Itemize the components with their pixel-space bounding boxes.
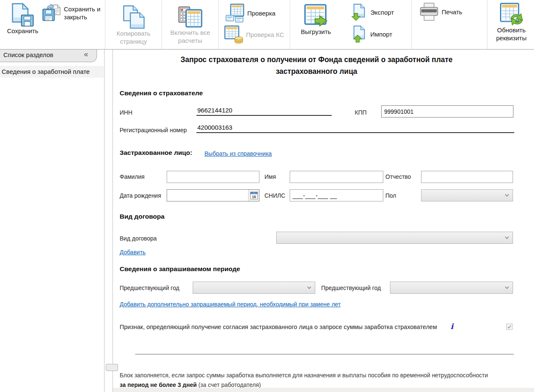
save-close-button[interactable]: Сохранить и закрыть (42, 3, 106, 23)
check-ks-icon (224, 25, 243, 44)
chevron-down-icon (307, 286, 312, 289)
sections-panel-title: Список разделов (3, 51, 53, 58)
previous-year-1-label: Предшествующий год (120, 285, 179, 291)
check-ks-button[interactable]: Проверка КС (224, 25, 284, 44)
print-button[interactable]: Печать (419, 3, 462, 21)
content-border (113, 50, 113, 392)
save-button[interactable]: Сохранить (2, 3, 44, 35)
birthdate-input[interactable] (167, 190, 248, 201)
previous-year-1-select[interactable] (193, 282, 315, 294)
patronymic-input[interactable] (421, 171, 513, 183)
import-label: Импорт (370, 30, 392, 38)
toolbar-separator (487, 0, 487, 49)
gender-label: Пол (385, 192, 396, 199)
refresh-requisites-label: Обновить реквизиты (492, 26, 531, 42)
insured-section-heading: Застрахованное лицо: (120, 149, 192, 157)
chevron-down-icon (505, 236, 509, 239)
page-title: Запрос страхователя о получении от Фонда… (120, 54, 513, 77)
toolbar-separator (290, 0, 290, 49)
enable-calculations-label: Включить все расчеты (167, 29, 214, 44)
unload-label: Выгрузить (301, 28, 331, 36)
export-label: Экспорт (370, 8, 394, 16)
copy-page-icon (122, 5, 145, 29)
inn-label: ИНН (120, 109, 132, 116)
calendar-button[interactable]: 15 (248, 190, 259, 201)
check-button[interactable]: Проверка (225, 3, 275, 23)
sections-panel-header: Список разделов « (0, 50, 97, 62)
registration-number-label: Регистрационный номер (120, 127, 187, 133)
unload-icon (304, 3, 328, 28)
snils-input[interactable] (290, 189, 383, 201)
check-icon (225, 3, 245, 23)
calendar-day-text: 15 (252, 194, 256, 199)
birthdate-field: 15 (167, 189, 259, 201)
kpp-label: КПП (355, 109, 366, 116)
print-icon (419, 3, 439, 21)
surname-label: Фамилия (120, 173, 144, 180)
calculator-table-icon (178, 6, 202, 29)
print-label: Печать (442, 8, 462, 16)
firstname-input[interactable] (290, 171, 383, 183)
snils-label: СНИЛС (264, 192, 285, 199)
page-title-line1: Запрос страхователя о получении от Фонда… (120, 54, 513, 65)
save-close-label: Сохранить и закрыть (64, 5, 106, 21)
splitter-handle[interactable] (106, 364, 118, 371)
contract-type-select[interactable] (276, 232, 513, 244)
note-tail: (за счет работодателя) (197, 382, 261, 388)
birthdate-label: Дата рождения (120, 192, 161, 199)
gender-select[interactable] (421, 189, 513, 201)
contract-section-heading: Вид договора (120, 213, 165, 220)
pick-from-directory-link[interactable]: Выбрать из справочника (204, 150, 272, 157)
export-icon (351, 3, 368, 21)
enable-calculations-button[interactable]: Включить все расчеты (167, 6, 214, 44)
save-label: Сохранить (7, 27, 39, 35)
refresh-requisites-button[interactable]: Обновить реквизиты (490, 2, 532, 42)
sidebar-item-salary-info[interactable]: Сведения о заработной плате (0, 66, 104, 78)
consent-checkbox[interactable] (506, 324, 513, 330)
patronymic-label: Отчество (385, 173, 411, 180)
add-contract-link[interactable]: Добавить (120, 249, 146, 256)
check-label: Проверка (247, 9, 275, 17)
refresh-requisites-icon (500, 2, 523, 26)
unload-button[interactable]: Выгрузить (294, 3, 338, 36)
save-icon (11, 3, 34, 27)
copy-page-button[interactable]: Копировать страницу (110, 5, 157, 45)
copy-page-label: Копировать страницу (110, 29, 157, 45)
page-title-line2: застрахованного лица (120, 65, 513, 77)
surname-input[interactable] (167, 171, 259, 183)
note-bold: за период не более 3 дней (120, 382, 197, 388)
registration-number-value[interactable]: 4200003163 (196, 124, 514, 133)
import-button[interactable]: Импорт (351, 25, 392, 43)
check-mark-icon (507, 325, 512, 329)
insurer-section-heading: Сведения о страхователе (120, 89, 203, 97)
collapse-panel-button[interactable]: « (84, 50, 88, 59)
toolbar-separator (218, 0, 219, 49)
consent-text: Признак, определяющий получение согласия… (120, 324, 437, 330)
note-line1: Блок заполняется, если запрос суммы зара… (120, 372, 488, 379)
note-line2: за период не более 3 дней (за счет работ… (120, 382, 261, 388)
bottom-section-strip (113, 388, 534, 392)
toolbar-separator (162, 0, 162, 49)
contract-type-label: Вид договора (120, 235, 157, 242)
chevron-down-icon (505, 286, 509, 289)
export-button[interactable]: Экспорт (351, 3, 394, 21)
period-section-heading: Сведения о запрашиваемом периоде (120, 265, 240, 273)
chevron-down-icon (505, 194, 509, 197)
save-close-icon (42, 3, 61, 23)
import-icon (351, 25, 368, 43)
info-icon: i (450, 322, 453, 331)
previous-year-2-select[interactable] (390, 282, 513, 294)
section-divider (135, 354, 514, 355)
check-ks-label: Проверка КС (246, 31, 284, 39)
toolbar: Сохранить Сохранить и закрыть Копировать… (0, 0, 534, 50)
previous-year-2-label: Предшествующий год (321, 285, 381, 291)
sidebar-border (104, 50, 105, 392)
kpp-input[interactable] (381, 105, 513, 118)
calendar-icon: 15 (250, 192, 258, 199)
firstname-label: Имя (264, 173, 276, 180)
add-period-link[interactable]: Добавить дополнительно запрашиваемый пер… (120, 301, 341, 308)
inn-value[interactable]: 9662144120 (196, 107, 332, 116)
toolbar-separator (411, 0, 412, 49)
